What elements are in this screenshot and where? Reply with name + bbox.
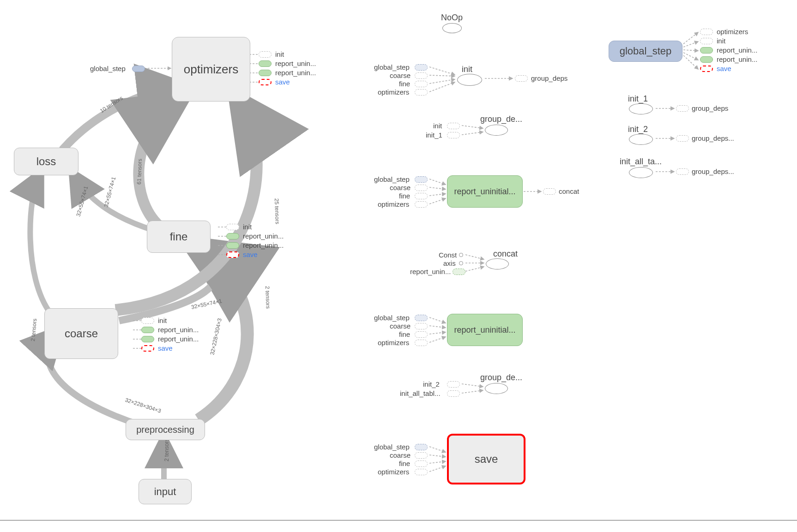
- op-init1[interactable]: [629, 103, 653, 114]
- chip-init1-out[interactable]: [676, 105, 689, 112]
- label-save-gs: global_step: [374, 443, 410, 451]
- chip-coarse-init[interactable]: [141, 317, 154, 324]
- node-report2[interactable]: report_uninitial...: [447, 314, 523, 346]
- node-preprocessing-label: preprocessing: [136, 424, 194, 435]
- chip-gd2-initall[interactable]: [447, 390, 460, 397]
- node-optimizers[interactable]: optimizers: [172, 37, 250, 102]
- op-init[interactable]: [457, 74, 482, 86]
- dot-axis[interactable]: [459, 261, 463, 265]
- chip-r2-coarse[interactable]: [415, 323, 428, 329]
- chip-r1-fine[interactable]: [415, 193, 428, 199]
- chip-r1-out[interactable]: [543, 188, 556, 195]
- label-gd2-init2: init_2: [423, 380, 440, 388]
- chip-fine-ru2[interactable]: [226, 242, 239, 249]
- label-gd-init: init: [433, 122, 442, 130]
- chip-init-fine[interactable]: [415, 81, 428, 87]
- svg-line-21: [429, 187, 446, 189]
- svg-line-15: [429, 79, 455, 84]
- label-save-fine: fine: [399, 460, 410, 467]
- label-concat-report: report_unin...: [410, 268, 451, 275]
- node-report1[interactable]: report_uninitial...: [447, 175, 523, 208]
- port-label-fine-save[interactable]: save: [243, 251, 258, 258]
- chip-save-fine[interactable]: [415, 460, 428, 467]
- op-group-de[interactable]: [485, 125, 508, 136]
- chip-coarse-save[interactable]: [141, 345, 154, 352]
- node-report1-label: report_uninitial...: [454, 187, 515, 197]
- label-init-fine: fine: [399, 80, 410, 88]
- node-save-label: save: [475, 453, 498, 466]
- chip-gs-out-save[interactable]: [700, 66, 713, 72]
- chip-init-opt[interactable]: [415, 89, 428, 96]
- label-init-gs: global_step: [374, 63, 410, 71]
- label-init2: init_2: [628, 125, 648, 134]
- chip-init[interactable]: [259, 51, 272, 58]
- chip-coarse-ru1[interactable]: [141, 327, 154, 333]
- svg-line-37: [429, 466, 446, 472]
- chip-init2-out[interactable]: [676, 135, 689, 142]
- svg-line-40: [683, 50, 698, 51]
- chip-concat-report[interactable]: [453, 269, 465, 275]
- chip-initall-out[interactable]: [676, 168, 689, 175]
- label-init2-out: group_deps...: [692, 134, 734, 142]
- label-gs-out-save[interactable]: save: [717, 65, 731, 72]
- port-label-coarse-ru1: report_unin...: [158, 326, 199, 334]
- chip-fine-init[interactable]: [226, 224, 239, 230]
- label-gs-out-opt: optimizers: [717, 28, 748, 36]
- chip-save-gs[interactable]: [415, 444, 428, 450]
- chip-gd2-init2[interactable]: [447, 381, 460, 388]
- chip-r1-gs[interactable]: [415, 176, 428, 183]
- chip-fine-ru1[interactable]: [226, 233, 239, 239]
- node-input[interactable]: input: [139, 479, 192, 504]
- chip-coarse-ru2[interactable]: [141, 336, 154, 342]
- port-label-save[interactable]: save: [275, 78, 290, 86]
- chip-fine-save[interactable]: [226, 251, 239, 258]
- svg-line-14: [429, 75, 455, 76]
- dot-const[interactable]: [459, 253, 463, 257]
- node-coarse[interactable]: coarse: [44, 308, 118, 359]
- chip-init-gs[interactable]: [415, 64, 428, 71]
- chip-gs-out-ru2[interactable]: [700, 56, 713, 63]
- label-init-out: group_deps: [531, 74, 568, 82]
- label-gd2-initall: init_all_tabl...: [400, 389, 441, 397]
- op-concat[interactable]: [486, 258, 509, 269]
- op-init2[interactable]: [629, 134, 653, 145]
- label-r2-gs: global_step: [374, 314, 410, 322]
- op-initall[interactable]: [629, 167, 653, 178]
- chip-init-coarse[interactable]: [415, 72, 428, 79]
- node-report2-label: report_uninitial...: [454, 325, 515, 335]
- chip-gs-out-opt[interactable]: [700, 29, 713, 35]
- chip-r2-gs[interactable]: [415, 315, 428, 321]
- chip-save-coarse[interactable]: [415, 452, 428, 459]
- chip-save[interactable]: [259, 79, 272, 85]
- svg-line-34: [429, 447, 446, 452]
- svg-line-19: [462, 132, 483, 135]
- port-label-ru1: report_unin...: [275, 60, 316, 67]
- graph-canvas: { "left": { "nodes": { "optimizers": "op…: [0, 0, 797, 532]
- chip-save-opt[interactable]: [415, 469, 428, 475]
- chip-r2-opt[interactable]: [415, 340, 428, 346]
- edge-text: 32×228×304×3: [209, 317, 223, 356]
- op-noop[interactable]: [442, 23, 462, 33]
- port-label-coarse-save[interactable]: save: [158, 344, 173, 352]
- label-init-coarse: coarse: [390, 72, 411, 79]
- node-save[interactable]: save: [447, 434, 525, 484]
- chip-gd-init[interactable]: [447, 123, 460, 129]
- node-coarse-label: coarse: [65, 327, 98, 340]
- node-preprocessing[interactable]: preprocessing: [126, 419, 205, 440]
- chip-r2-fine[interactable]: [415, 331, 428, 338]
- chip-r1-coarse[interactable]: [415, 185, 428, 191]
- chip-gs-out-ru1[interactable]: [700, 47, 713, 54]
- chip-report-unin-2[interactable]: [259, 70, 272, 76]
- label-init1-out: group_deps: [692, 104, 728, 112]
- chip-global-step[interactable]: [132, 66, 145, 72]
- chip-report-unin[interactable]: [259, 60, 272, 67]
- chip-gs-out-init[interactable]: [700, 38, 713, 44]
- chip-init-out[interactable]: [515, 75, 528, 82]
- node-loss[interactable]: loss: [14, 148, 78, 175]
- chip-r1-opt[interactable]: [415, 201, 428, 208]
- node-fine[interactable]: fine: [147, 221, 211, 253]
- node-global-step[interactable]: global_step: [609, 41, 682, 62]
- op-group-de2[interactable]: [485, 383, 508, 394]
- port-label-coarse-init: init: [158, 317, 167, 324]
- chip-gd-init1[interactable]: [447, 132, 460, 138]
